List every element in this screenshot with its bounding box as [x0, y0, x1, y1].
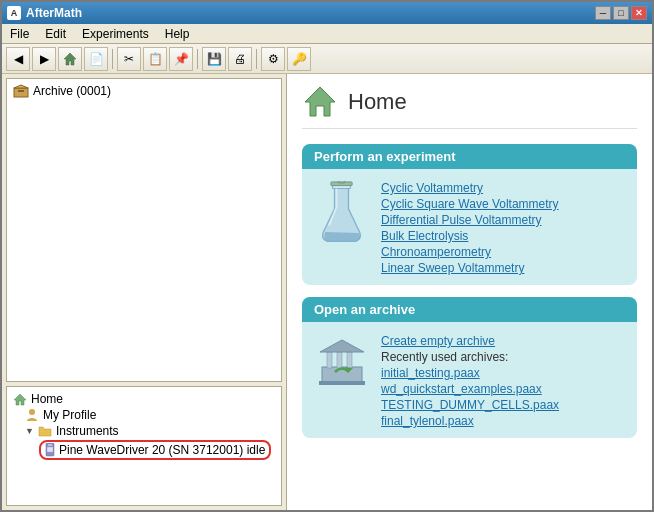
svg-rect-8: [47, 447, 53, 452]
home-title: Home: [348, 89, 407, 115]
right-panel: Home Perform an experiment: [287, 74, 652, 510]
recent-file-3[interactable]: final_tylenol.paax: [381, 414, 474, 428]
forward-button[interactable]: ▶: [32, 47, 56, 71]
toolbar: ◀ ▶ 📄 ✂ 📋 📌 💾 🖨 ⚙ 🔑: [2, 44, 652, 74]
flask-illustration: [314, 181, 369, 246]
home-header: Home: [302, 84, 637, 129]
nav-home[interactable]: Home: [11, 391, 277, 407]
window: A AfterMath ─ □ ✕ File Edit Experiments …: [0, 0, 654, 512]
svg-point-5: [29, 409, 35, 415]
home-header-icon: [302, 84, 338, 120]
back-button[interactable]: ◀: [6, 47, 30, 71]
archive-links-list: Create empty archive Recently used archi…: [381, 334, 559, 428]
new-button[interactable]: 📄: [84, 47, 108, 71]
nav-device-label: Pine WaveDriver 20 (SN 3712001) idle: [59, 443, 265, 457]
exp-chronoamperometry[interactable]: Chronoamperometry: [381, 245, 491, 259]
exp-linear-sweep[interactable]: Linear Sweep Voltammetry: [381, 261, 524, 275]
menu-edit[interactable]: Edit: [41, 26, 70, 42]
cut-button[interactable]: ✂: [117, 47, 141, 71]
exp-cyclic-square[interactable]: Cyclic Square Wave Voltammetry: [381, 197, 559, 211]
archive-icon: [13, 84, 29, 98]
svg-rect-18: [347, 352, 352, 368]
nav-home-label: Home: [31, 392, 63, 406]
maximize-button[interactable]: □: [613, 6, 629, 20]
svg-marker-0: [64, 53, 76, 65]
svg-rect-12: [338, 181, 345, 183]
extra-button[interactable]: 🔑: [287, 47, 311, 71]
home-icon: [13, 393, 27, 406]
menu-help[interactable]: Help: [161, 26, 194, 42]
svg-rect-20: [319, 381, 365, 385]
create-archive-link[interactable]: Create empty archive: [381, 334, 495, 348]
menu-experiments[interactable]: Experiments: [78, 26, 153, 42]
window-controls: ─ □ ✕: [595, 6, 647, 20]
nav-instruments[interactable]: ▼ Instruments: [11, 423, 277, 439]
nav-device[interactable]: Pine WaveDriver 20 (SN 3712001) idle: [11, 439, 277, 461]
experiments-list: Cyclic Voltammetry Cyclic Square Wave Vo…: [381, 181, 559, 275]
exp-differential-pulse[interactable]: Differential Pulse Voltammetry: [381, 213, 542, 227]
archive-header: Open an archive: [302, 297, 637, 322]
archive-illustration: [314, 334, 369, 389]
exp-cyclic-voltammetry[interactable]: Cyclic Voltammetry: [381, 181, 483, 195]
app-icon: A: [7, 6, 21, 20]
svg-marker-9: [305, 87, 335, 116]
minimize-button[interactable]: ─: [595, 6, 611, 20]
svg-marker-4: [14, 394, 26, 405]
nav-profile[interactable]: My Profile: [11, 407, 277, 423]
device-icon: [45, 443, 55, 457]
title-bar: A AfterMath ─ □ ✕: [2, 2, 652, 24]
perform-header: Perform an experiment: [302, 144, 637, 169]
save-button[interactable]: 💾: [202, 47, 226, 71]
archive-section: Open an archive: [302, 297, 637, 438]
archive-item[interactable]: Archive (0001): [11, 83, 277, 99]
window-title: AfterMath: [26, 6, 82, 20]
nav-profile-label: My Profile: [43, 408, 96, 422]
print-button[interactable]: 🖨: [228, 47, 252, 71]
main-area: Archive (0001) Home: [2, 74, 652, 510]
paste-button[interactable]: 📌: [169, 47, 193, 71]
flask-svg: [314, 181, 369, 246]
recent-file-0[interactable]: initial_testing.paax: [381, 366, 480, 380]
nav-instruments-label: Instruments: [56, 424, 119, 438]
home-button[interactable]: [58, 47, 82, 71]
svg-rect-3: [18, 90, 24, 92]
person-icon: [25, 408, 39, 422]
archive-svg: [317, 337, 367, 387]
archive-tree[interactable]: Archive (0001): [6, 78, 282, 382]
folder-icon: [38, 425, 52, 437]
svg-rect-7: [48, 444, 52, 446]
close-button[interactable]: ✕: [631, 6, 647, 20]
settings-button[interactable]: ⚙: [261, 47, 285, 71]
menu-file[interactable]: File: [6, 26, 33, 42]
perform-section: Perform an experiment: [302, 144, 637, 285]
exp-bulk-electrolysis[interactable]: Bulk Electrolysis: [381, 229, 468, 243]
left-panel: Archive (0001) Home: [2, 74, 287, 510]
recent-label: Recently used archives:: [381, 350, 508, 364]
svg-rect-16: [327, 352, 332, 368]
copy-button[interactable]: 📋: [143, 47, 167, 71]
archive-label: Archive (0001): [33, 84, 111, 98]
menu-bar: File Edit Experiments Help: [2, 24, 652, 44]
expand-icon: ▼: [25, 426, 34, 436]
svg-rect-17: [337, 352, 342, 368]
svg-marker-19: [320, 340, 364, 352]
svg-rect-1: [14, 88, 28, 97]
svg-marker-2: [14, 85, 28, 88]
recent-file-1[interactable]: wd_quickstart_examples.paax: [381, 382, 542, 396]
nav-tree[interactable]: Home My Profile ▼ Instruments: [6, 386, 282, 506]
recent-file-2[interactable]: TESTING_DUMMY_CELLS.paax: [381, 398, 559, 412]
